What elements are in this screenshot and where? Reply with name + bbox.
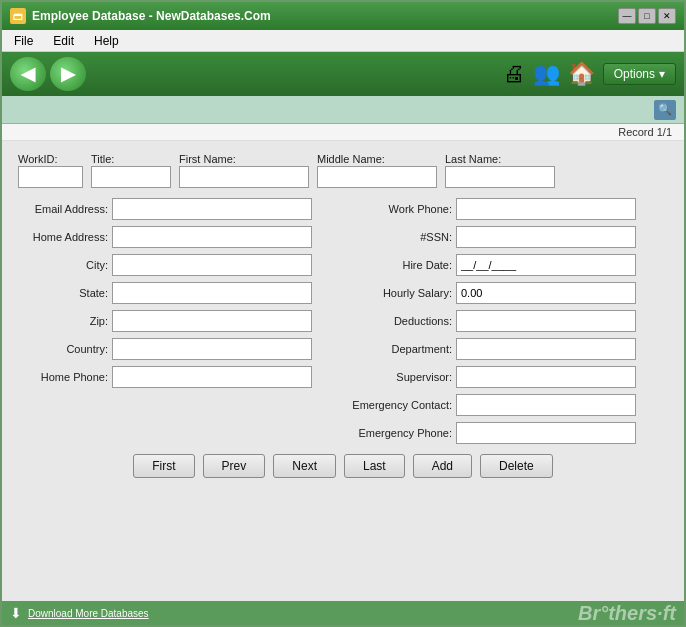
department-row: Department: — [342, 338, 636, 360]
homephone-label: Home Phone: — [18, 371, 108, 383]
watermark: Br°thers·ft — [578, 602, 676, 625]
status-left: ⬇ Download More Databases — [10, 605, 149, 621]
email-label: Email Address: — [18, 203, 108, 215]
menu-bar: File Edit Help — [2, 30, 684, 52]
minimize-button[interactable]: — — [618, 8, 636, 24]
zip-input[interactable] — [112, 310, 312, 332]
city-input[interactable] — [112, 254, 312, 276]
emerphone-row: Emergency Phone: — [342, 422, 636, 444]
toolbar-nav: ◀ ▶ — [10, 57, 86, 91]
emerphone-label: Emergency Phone: — [342, 427, 452, 439]
supervisor-label: Supervisor: — [342, 371, 452, 383]
salary-row: Hourly Salary: — [342, 282, 636, 304]
city-label: City: — [18, 259, 108, 271]
title-bar-left: 🗃 Employee Database - NewDatabases.Com — [10, 8, 271, 24]
prev-button[interactable]: Prev — [203, 454, 266, 478]
firstname-label: First Name: — [179, 153, 309, 165]
options-button[interactable]: Options ▾ — [603, 63, 676, 85]
top-fields-row: WorkID: Title: First Name: Middle Name: … — [18, 149, 668, 188]
lastname-label: Last Name: — [445, 153, 555, 165]
search-button[interactable]: 🔍 — [654, 100, 676, 120]
supervisor-row: Supervisor: — [342, 366, 636, 388]
menu-help[interactable]: Help — [90, 33, 123, 49]
home-icon[interactable]: 🏠 — [568, 61, 595, 87]
maximize-button[interactable]: □ — [638, 8, 656, 24]
emergency-input[interactable] — [456, 394, 636, 416]
salary-label: Hourly Salary: — [342, 287, 452, 299]
homeaddr-input[interactable] — [112, 226, 312, 248]
homeaddr-label: Home Address: — [18, 231, 108, 243]
left-column: Email Address: Home Address: City: State… — [18, 198, 312, 444]
homephone-input[interactable] — [112, 366, 312, 388]
department-input[interactable] — [456, 338, 636, 360]
add-button[interactable]: Add — [413, 454, 472, 478]
workphone-label: Work Phone: — [342, 203, 452, 215]
workid-input[interactable] — [18, 166, 83, 188]
deductions-label: Deductions: — [342, 315, 452, 327]
title-group: Title: — [91, 153, 171, 188]
city-row: City: — [18, 254, 312, 276]
state-input[interactable] — [112, 282, 312, 304]
toolbar-right: 🖨 👥 🏠 Options ▾ — [503, 61, 676, 87]
title-label: Title: — [91, 153, 171, 165]
form-area: WorkID: Title: First Name: Middle Name: … — [2, 141, 684, 601]
title-input[interactable] — [91, 166, 171, 188]
workphone-input[interactable] — [456, 198, 636, 220]
app-icon: 🗃 — [10, 8, 26, 24]
homephone-row: Home Phone: — [18, 366, 312, 388]
toolbar: ◀ ▶ 🖨 👥 🏠 Options ▾ — [2, 52, 684, 96]
deductions-input[interactable] — [456, 310, 636, 332]
ssn-input[interactable] — [456, 226, 636, 248]
search-bar: 🔍 — [2, 96, 684, 124]
last-button[interactable]: Last — [344, 454, 405, 478]
title-bar-controls: — □ ✕ — [618, 8, 676, 24]
deductions-row: Deductions: — [342, 310, 636, 332]
two-col-section: Email Address: Home Address: City: State… — [18, 198, 668, 444]
hiredate-row: Hire Date: — [342, 254, 636, 276]
ssn-row: #SSN: — [342, 226, 636, 248]
right-column: Work Phone: #SSN: Hire Date: Hourly Sala… — [342, 198, 636, 444]
record-counter: Record 1/1 — [618, 126, 672, 138]
emergency-row: Emergency Contact: — [342, 394, 636, 416]
next-button[interactable]: Next — [273, 454, 336, 478]
emerphone-input[interactable] — [456, 422, 636, 444]
workid-group: WorkID: — [18, 153, 83, 188]
lastname-group: Last Name: — [445, 153, 555, 188]
menu-file[interactable]: File — [10, 33, 37, 49]
email-input[interactable] — [112, 198, 312, 220]
main-window: 🗃 Employee Database - NewDatabases.Com —… — [0, 0, 686, 627]
title-bar: 🗃 Employee Database - NewDatabases.Com —… — [2, 2, 684, 30]
email-row: Email Address: — [18, 198, 312, 220]
forward-button[interactable]: ▶ — [50, 57, 86, 91]
middlename-group: Middle Name: — [317, 153, 437, 188]
print-icon[interactable]: 🖨 — [503, 61, 525, 87]
firstname-input[interactable] — [179, 166, 309, 188]
action-buttons-row: First Prev Next Last Add Delete — [18, 444, 668, 484]
first-button[interactable]: First — [133, 454, 194, 478]
salary-input[interactable] — [456, 282, 636, 304]
ssn-label: #SSN: — [342, 231, 452, 243]
country-label: Country: — [18, 343, 108, 355]
supervisor-input[interactable] — [456, 366, 636, 388]
menu-edit[interactable]: Edit — [49, 33, 78, 49]
users-icon[interactable]: 👥 — [533, 61, 560, 87]
workid-label: WorkID: — [18, 153, 83, 165]
country-input[interactable] — [112, 338, 312, 360]
record-info: Record 1/1 — [2, 124, 684, 141]
status-link[interactable]: Download More Databases — [28, 608, 149, 619]
homeaddr-row: Home Address: — [18, 226, 312, 248]
state-row: State: — [18, 282, 312, 304]
zip-label: Zip: — [18, 315, 108, 327]
lastname-input[interactable] — [445, 166, 555, 188]
emergency-label: Emergency Contact: — [342, 399, 452, 411]
department-label: Department: — [342, 343, 452, 355]
hiredate-input[interactable] — [456, 254, 636, 276]
delete-button[interactable]: Delete — [480, 454, 553, 478]
hiredate-label: Hire Date: — [342, 259, 452, 271]
firstname-group: First Name: — [179, 153, 309, 188]
back-button[interactable]: ◀ — [10, 57, 46, 91]
close-button[interactable]: ✕ — [658, 8, 676, 24]
middlename-input[interactable] — [317, 166, 437, 188]
status-bar: ⬇ Download More Databases Br°thers·ft — [2, 601, 684, 625]
middlename-label: Middle Name: — [317, 153, 437, 165]
